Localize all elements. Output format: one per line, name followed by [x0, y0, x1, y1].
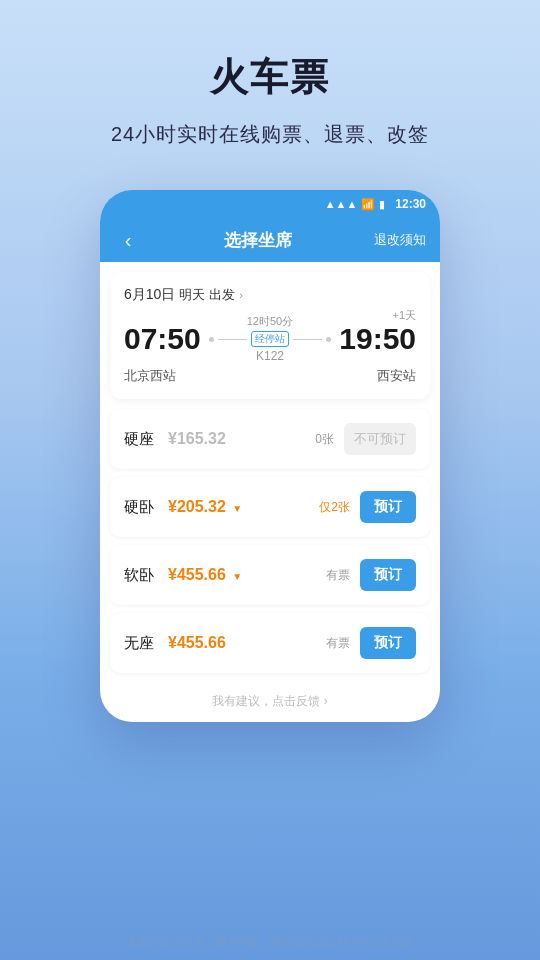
stop-badge[interactable]: 经停站 — [251, 331, 289, 347]
ticket-depart-label: 出发 — [209, 286, 235, 304]
seat-price-2: ¥455.66 ▼ — [168, 566, 326, 584]
book-button-2[interactable]: 预订 — [360, 559, 416, 591]
seat-item-3: 无座 ¥455.66 有票 预订 — [110, 613, 430, 673]
ticket-date-label: 明天 — [179, 286, 205, 304]
seat-item-2: 软卧 ¥455.66 ▼ 有票 预订 — [110, 545, 430, 605]
seat-item-0: 硬座 ¥165.32 0张 不可预订 — [110, 409, 430, 469]
signal-icon: ▲▲▲ — [325, 198, 358, 210]
nav-bar: ‹ 选择坐席 退改须知 — [100, 218, 440, 262]
seat-price-1: ¥205.32 ▼ — [168, 498, 319, 516]
page-title: 火车票 — [0, 0, 540, 103]
seat-price-3: ¥455.66 — [168, 634, 326, 652]
arrive-station: 西安站 — [377, 367, 416, 385]
price-arrow-1: ▼ — [232, 503, 242, 514]
line-bar — [218, 339, 247, 340]
disclaimer: 本图片仅为示例，图中内容、商品或活动以APP内公示为准 — [0, 935, 540, 950]
phone-mockup: ▲▲▲ 📶 ▮ 12:30 ‹ 选择坐席 退改须知 6月10日 明天 出发 › … — [100, 190, 440, 722]
train-number: K122 — [209, 349, 332, 363]
seat-price-0: ¥165.32 — [168, 430, 315, 448]
arrive-time: 19:50 — [339, 322, 416, 355]
seat-avail-0: 0张 — [315, 431, 334, 448]
nav-title: 选择坐席 — [224, 229, 292, 252]
ticket-date: 6月10日 — [124, 286, 175, 304]
page-subtitle: 24小时实时在线购票、退票、改签 — [0, 121, 540, 148]
line-start-dot — [209, 337, 214, 342]
seat-type-1: 硬卧 — [124, 498, 168, 517]
price-arrow-2: ▼ — [232, 571, 242, 582]
depart-station: 北京西站 — [124, 367, 176, 385]
date-arrow-icon: › — [239, 289, 243, 301]
duration: 12时50分 — [209, 314, 332, 329]
seat-type-3: 无座 — [124, 634, 168, 653]
status-time: 12:30 — [395, 197, 426, 211]
line-end-dot — [326, 337, 331, 342]
seat-item-1: 硬卧 ¥205.32 ▼ 仅2张 预订 — [110, 477, 430, 537]
unavail-button-0: 不可预订 — [344, 423, 416, 455]
feedback-text: 我有建议，点击反馈 › — [212, 694, 327, 708]
seat-avail-3: 有票 — [326, 635, 350, 652]
seat-avail-2: 有票 — [326, 567, 350, 584]
plus-day-badge: +1天 — [392, 308, 416, 323]
nav-action-button[interactable]: 退改须知 — [374, 231, 426, 249]
status-bar: ▲▲▲ 📶 ▮ 12:30 — [100, 190, 440, 218]
feedback-row[interactable]: 我有建议，点击反馈 › — [100, 683, 440, 722]
wifi-icon: 📶 — [361, 198, 375, 211]
depart-time: 07:50 — [124, 322, 201, 355]
book-button-1[interactable]: 预订 — [360, 491, 416, 523]
battery-icon: ▮ — [379, 198, 385, 211]
middle-info: 12时50分 经停站 K122 — [201, 314, 340, 363]
ticket-card: 6月10日 明天 出发 › 07:50 12时50分 经停站 K122 — [110, 272, 430, 399]
seat-type-2: 软卧 — [124, 566, 168, 585]
line-bar-2 — [293, 339, 322, 340]
book-button-3[interactable]: 预订 — [360, 627, 416, 659]
seat-list: 硬座 ¥165.32 0张 不可预订 硬卧 ¥205.32 ▼ 仅2张 预订 软… — [110, 409, 430, 673]
seat-type-0: 硬座 — [124, 430, 168, 449]
seat-avail-1: 仅2张 — [319, 499, 350, 516]
back-button[interactable]: ‹ — [114, 229, 142, 252]
